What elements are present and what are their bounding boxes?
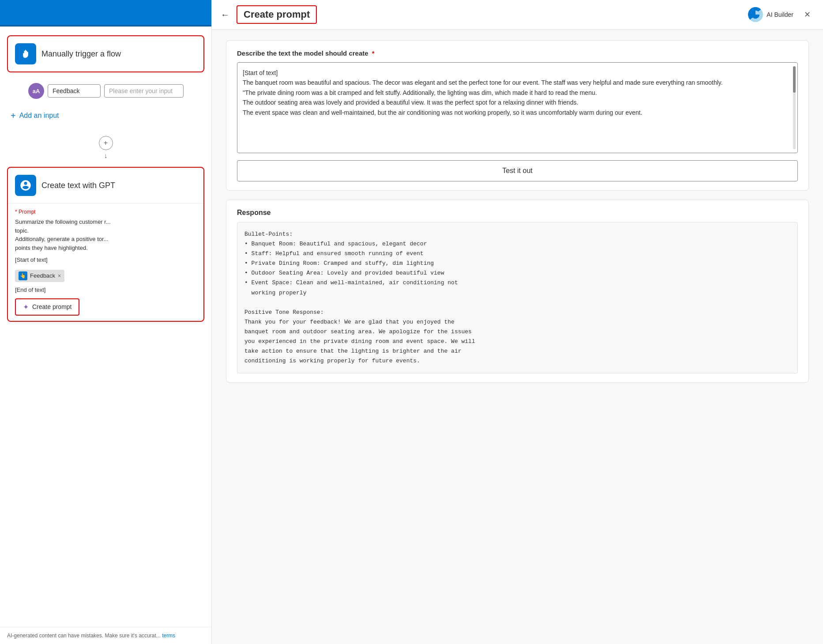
scrollbar bbox=[793, 66, 796, 149]
required-marker: * bbox=[372, 49, 375, 57]
input-row: aA Feedback Please enter your input bbox=[7, 79, 204, 106]
close-button[interactable]: ✕ bbox=[800, 8, 814, 21]
input-placeholder: Please enter your input bbox=[104, 84, 184, 98]
left-top-bar bbox=[0, 0, 211, 26]
ai-builder-logo: AI Builder bbox=[748, 7, 793, 22]
prompt-label: * Prompt bbox=[15, 209, 196, 215]
prompt-text: Summarize the following customer r... to… bbox=[15, 218, 196, 252]
trigger-block[interactable]: Manually trigger a flow bbox=[7, 35, 204, 72]
describe-label: Describe the text the model should creat… bbox=[237, 49, 798, 57]
response-text: Bullet-Points: • Banquet Room: Beautiful… bbox=[237, 222, 798, 373]
right-title-box: Create prompt bbox=[237, 5, 317, 24]
scrollbar-thumb bbox=[793, 66, 796, 93]
add-step-circle[interactable]: + bbox=[99, 136, 113, 150]
right-header: ← Create prompt AI Builder ✕ bbox=[212, 0, 823, 30]
left-content: Manually trigger a flow aA Feedback Plea… bbox=[0, 26, 211, 627]
footer-text: AI-generated content can have mistakes. … bbox=[7, 633, 161, 639]
footer-terms-link[interactable]: terms bbox=[162, 633, 175, 639]
gpt-icon bbox=[15, 175, 36, 196]
response-label: Response bbox=[237, 209, 798, 217]
test-it-out-button[interactable]: Test it out bbox=[237, 160, 798, 181]
feedback-tag: 👆 Feedback × bbox=[15, 270, 64, 282]
right-panel: ← Create prompt AI Builder ✕ Describe th… bbox=[212, 0, 823, 644]
add-input-label: Add an input bbox=[19, 112, 59, 120]
avatar: aA bbox=[28, 83, 44, 99]
connector: + ↓ bbox=[7, 132, 204, 163]
left-panel: Manually trigger a flow aA Feedback Plea… bbox=[0, 0, 212, 644]
sparkle-icon: ✦ bbox=[23, 303, 29, 311]
right-content: Describe the text the model should creat… bbox=[212, 30, 823, 644]
page-title: Create prompt bbox=[244, 9, 310, 20]
ai-builder-label: AI Builder bbox=[767, 11, 793, 18]
gpt-label: Create text with GPT bbox=[41, 181, 115, 190]
left-footer: AI-generated content can have mistakes. … bbox=[0, 627, 211, 644]
feedback-tag-icon: 👆 bbox=[19, 271, 27, 280]
end-text: [End of text] bbox=[15, 286, 196, 293]
create-prompt-button[interactable]: ✦ Create prompt bbox=[15, 298, 79, 316]
feedback-input-field[interactable]: Feedback bbox=[48, 84, 101, 98]
describe-textarea-wrapper bbox=[237, 62, 798, 153]
gpt-block: Create text with GPT * Prompt Summarize … bbox=[7, 167, 204, 322]
trigger-label: Manually trigger a flow bbox=[41, 49, 121, 59]
remove-feedback-tag[interactable]: × bbox=[58, 273, 61, 279]
trigger-icon bbox=[15, 43, 36, 64]
plus-icon: + bbox=[11, 111, 16, 120]
feedback-tag-label: Feedback bbox=[30, 272, 55, 279]
ai-logo-icon bbox=[748, 7, 763, 22]
response-section: Response Bullet-Points: • Banquet Room: … bbox=[226, 200, 809, 383]
back-button[interactable]: ← bbox=[221, 10, 229, 20]
start-text: [Start of text] bbox=[15, 256, 196, 264]
describe-textarea[interactable] bbox=[237, 63, 797, 151]
describe-section: Describe the text the model should creat… bbox=[226, 40, 809, 191]
gpt-body: * Prompt Summarize the following custome… bbox=[8, 203, 203, 321]
add-input-button[interactable]: + Add an input bbox=[7, 106, 204, 125]
gpt-header[interactable]: Create text with GPT bbox=[8, 168, 203, 203]
create-prompt-label: Create prompt bbox=[32, 303, 71, 310]
